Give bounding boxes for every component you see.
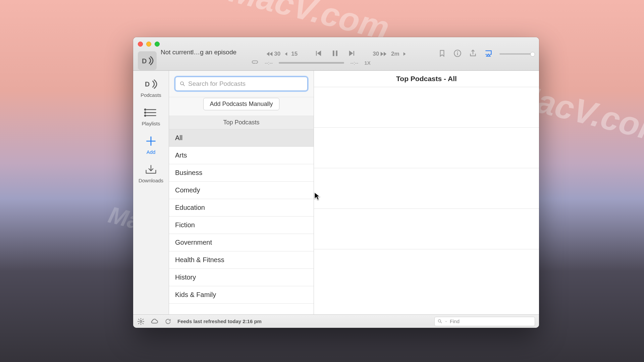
app-window: D Not currentl…g an episode 30 15	[133, 37, 539, 328]
skip-fwd-30-button[interactable]: 30	[373, 50, 387, 58]
svg-line-17	[440, 322, 441, 323]
refresh-icon[interactable]	[165, 318, 171, 325]
previous-track-button[interactable]	[314, 49, 323, 59]
svg-point-2	[457, 51, 458, 52]
svg-point-16	[438, 320, 441, 322]
sidebar-item-podcasts[interactable]: D Podcasts	[133, 76, 169, 100]
sidebar-item-label: Add	[147, 149, 156, 155]
svg-text:D: D	[145, 80, 150, 88]
bookmark-icon[interactable]	[438, 49, 446, 59]
category-item-history[interactable]: History	[169, 269, 314, 286]
status-bar: Feeds last refreshed today 2:16 pm Find	[133, 314, 539, 328]
add-podcasts-manually-button[interactable]: Add Podcasts Manually	[203, 98, 279, 110]
sidebar-item-label: Downloads	[139, 178, 163, 183]
svg-point-8	[145, 109, 146, 110]
sidebar-item-label: Playlists	[142, 121, 160, 126]
settings-icon[interactable]	[137, 318, 145, 325]
list-item[interactable]	[314, 128, 539, 168]
airplay-icon[interactable]	[484, 49, 493, 59]
sidebar-item-playlists[interactable]: Playlists	[133, 105, 169, 128]
time-elapsed: --:--	[265, 60, 273, 66]
desktop-background: MacV.com MacV.com MacV.com D Not current…	[0, 0, 644, 362]
find-placeholder: Find	[450, 318, 460, 324]
category-list[interactable]: All Arts Business Comedy Education Ficti…	[169, 129, 314, 314]
category-item-comedy[interactable]: Comedy	[169, 182, 314, 199]
list-item[interactable]	[314, 209, 539, 249]
progress-bar[interactable]	[279, 62, 344, 64]
chevron-down-icon	[444, 320, 448, 323]
search-icon	[179, 81, 185, 87]
list-item[interactable]	[314, 168, 539, 209]
search-icon	[437, 319, 442, 324]
cloud-icon[interactable]	[151, 317, 159, 325]
sidebar-item-add[interactable]: Add	[133, 133, 169, 157]
skip-fwd-2m-label: 2m	[391, 51, 399, 57]
list-item[interactable]	[314, 87, 539, 128]
svg-point-9	[145, 112, 146, 113]
sidebar-item-downloads[interactable]: Downloads	[133, 162, 169, 185]
find-input[interactable]: Find	[434, 317, 535, 326]
toolbar: D Not currentl…g an episode 30 15	[133, 37, 539, 71]
skip-back-30-button[interactable]: 30	[266, 50, 280, 58]
category-item-kids-family[interactable]: Kids & Family	[169, 286, 314, 304]
svg-point-13	[180, 82, 183, 85]
top-podcasts-header: Top Podcasts	[169, 116, 314, 129]
category-panel: Add Podcasts Manually Top Podcasts All A…	[169, 71, 314, 314]
svg-line-14	[183, 84, 184, 86]
skip-fwd-30-label: 30	[373, 51, 379, 57]
category-item-business[interactable]: Business	[169, 164, 314, 182]
info-icon[interactable]	[453, 49, 462, 59]
skip-back-15-button[interactable]: 15	[284, 51, 298, 57]
category-item-all[interactable]: All	[169, 129, 314, 147]
category-item-education[interactable]: Education	[169, 199, 314, 217]
svg-rect-3	[457, 53, 458, 55]
detail-panel: Top Podcasts - All	[314, 71, 539, 314]
status-text: Feeds last refreshed today 2:16 pm	[177, 318, 262, 324]
svg-point-10	[145, 115, 146, 116]
skip-back-15-label: 15	[291, 51, 298, 57]
loop-icon[interactable]	[251, 59, 259, 67]
search-input-field[interactable]	[188, 80, 303, 87]
play-pause-button[interactable]	[330, 49, 340, 59]
category-item-fiction[interactable]: Fiction	[169, 217, 314, 234]
search-input[interactable]	[175, 77, 308, 91]
category-item-arts[interactable]: Arts	[169, 147, 314, 164]
detail-title: Top Podcasts - All	[314, 71, 539, 87]
share-icon[interactable]	[469, 49, 477, 59]
category-item-health-fitness[interactable]: Health & Fitness	[169, 251, 314, 269]
svg-point-15	[140, 320, 142, 322]
sidebar-item-label: Podcasts	[141, 92, 161, 98]
playback-rate-button[interactable]: 1X	[364, 60, 370, 66]
category-item-government[interactable]: Government	[169, 234, 314, 251]
time-remaining: --:--	[350, 60, 358, 66]
sidebar: D Podcasts Playlists Add Downloads	[133, 71, 169, 314]
detail-list	[314, 87, 539, 249]
next-track-button[interactable]	[347, 49, 357, 59]
volume-slider[interactable]	[499, 53, 533, 55]
skip-fwd-2m-button[interactable]: 2m	[391, 51, 406, 57]
skip-back-30-label: 30	[274, 51, 280, 57]
